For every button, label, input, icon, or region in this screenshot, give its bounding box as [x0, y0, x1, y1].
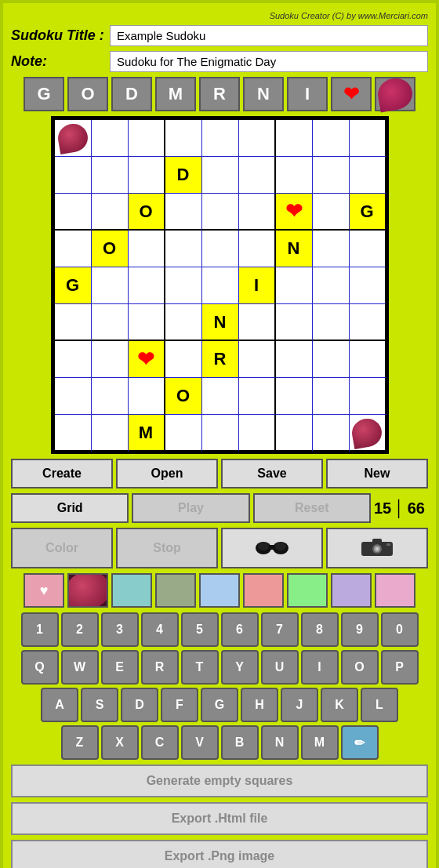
cell-7-0[interactable]	[55, 378, 92, 415]
cell-2-4[interactable]	[202, 194, 239, 231]
key-n[interactable]: N	[261, 725, 299, 760]
key-d[interactable]: D	[121, 688, 158, 722]
key-0[interactable]: 0	[381, 612, 419, 647]
swatch-green[interactable]	[287, 573, 328, 608]
cell-3-2[interactable]	[129, 231, 165, 267]
cell-0-6[interactable]	[276, 120, 313, 157]
key-b[interactable]: B	[221, 725, 259, 760]
symbol-rose[interactable]	[375, 77, 415, 111]
play-button[interactable]: Play	[132, 493, 249, 523]
generate-button[interactable]: Generate empty squares	[11, 764, 428, 797]
cell-3-5[interactable]	[239, 231, 276, 267]
mask-button[interactable]	[221, 528, 323, 568]
key-f[interactable]: F	[161, 688, 198, 722]
cell-7-4[interactable]	[202, 378, 239, 415]
reset-button[interactable]: Reset	[253, 493, 371, 523]
cell-7-1[interactable]	[92, 378, 129, 415]
key-5[interactable]: 5	[181, 612, 219, 647]
cell-7-5[interactable]	[239, 378, 276, 415]
cell-8-6[interactable]	[276, 415, 313, 452]
cell-6-5[interactable]	[239, 341, 276, 378]
key-2[interactable]: 2	[61, 612, 99, 647]
symbol-o[interactable]: O	[67, 77, 108, 111]
key-4[interactable]: 4	[141, 612, 179, 647]
cell-3-4[interactable]	[202, 231, 239, 267]
key-m[interactable]: M	[301, 725, 339, 760]
key-3[interactable]: 3	[101, 612, 139, 647]
cell-3-3[interactable]	[165, 231, 202, 267]
swatch-light-pink[interactable]	[375, 573, 415, 608]
key-x[interactable]: X	[101, 725, 139, 760]
key-z[interactable]: Z	[61, 725, 99, 760]
key-v[interactable]: V	[181, 725, 219, 760]
cell-2-7[interactable]	[313, 194, 350, 231]
cell-6-4[interactable]: R	[202, 341, 239, 378]
key-1[interactable]: 1	[21, 612, 59, 647]
swatch-teal[interactable]	[111, 573, 152, 608]
cell-5-2[interactable]	[129, 304, 165, 341]
cell-7-2[interactable]	[129, 378, 165, 415]
new-button[interactable]: New	[326, 459, 428, 488]
cell-0-4[interactable]	[202, 120, 239, 157]
key-pencil[interactable]: ✏	[341, 725, 379, 760]
cell-2-8[interactable]: G	[350, 194, 386, 231]
cell-3-6[interactable]: N	[276, 231, 313, 267]
cell-5-1[interactable]	[92, 304, 129, 341]
key-y[interactable]: Y	[221, 650, 259, 685]
key-h[interactable]: H	[241, 688, 278, 722]
key-u[interactable]: U	[261, 650, 299, 685]
cell-8-3[interactable]	[165, 415, 202, 452]
cell-4-3[interactable]	[165, 267, 202, 304]
cell-6-7[interactable]	[313, 341, 350, 378]
cell-1-8[interactable]	[350, 157, 386, 194]
swatch-blue[interactable]	[199, 573, 240, 608]
symbol-n[interactable]: N	[243, 77, 284, 111]
cell-8-7[interactable]	[313, 415, 350, 452]
note-input[interactable]	[110, 51, 428, 72]
cell-0-1[interactable]	[92, 120, 129, 157]
key-8[interactable]: 8	[301, 612, 339, 647]
key-a[interactable]: A	[41, 688, 78, 722]
open-button[interactable]: Open	[116, 459, 218, 488]
cell-6-2[interactable]: ❤	[129, 341, 165, 378]
stop-button[interactable]: Stop	[116, 528, 218, 568]
key-g[interactable]: G	[201, 688, 238, 722]
sudoku-grid[interactable]: DO❤GONGIN❤ROM	[53, 118, 386, 452]
camera-button[interactable]	[326, 528, 428, 568]
key-l[interactable]: L	[361, 688, 398, 722]
cell-7-7[interactable]	[313, 378, 350, 415]
cell-7-8[interactable]	[350, 378, 386, 415]
key-6[interactable]: 6	[221, 612, 259, 647]
cell-1-0[interactable]	[55, 157, 92, 194]
cell-0-2[interactable]	[129, 120, 165, 157]
cell-8-2[interactable]: M	[129, 415, 165, 452]
cell-8-4[interactable]	[202, 415, 239, 452]
cell-4-4[interactable]	[202, 267, 239, 304]
cell-5-5[interactable]	[239, 304, 276, 341]
cell-0-8[interactable]	[350, 120, 386, 157]
grid-button[interactable]: Grid	[11, 493, 129, 523]
cell-5-4[interactable]: N	[202, 304, 239, 341]
cell-2-2[interactable]: O	[129, 194, 165, 231]
key-s[interactable]: S	[81, 688, 118, 722]
cell-7-6[interactable]	[276, 378, 313, 415]
cell-1-1[interactable]	[92, 157, 129, 194]
swatch-pink-heart[interactable]: ♥	[24, 573, 64, 608]
cell-6-8[interactable]	[350, 341, 386, 378]
swatch-salmon[interactable]	[243, 573, 284, 608]
cell-5-3[interactable]	[165, 304, 202, 341]
cell-8-5[interactable]	[239, 415, 276, 452]
key-p[interactable]: P	[381, 650, 419, 685]
swatch-sage[interactable]	[155, 573, 196, 608]
cell-4-2[interactable]	[129, 267, 165, 304]
key-r[interactable]: R	[141, 650, 179, 685]
symbol-g[interactable]: G	[24, 77, 64, 111]
cell-2-6[interactable]: ❤	[276, 194, 313, 231]
cell-0-0[interactable]	[55, 120, 92, 157]
key-q[interactable]: Q	[21, 650, 59, 685]
symbol-d[interactable]: D	[111, 77, 152, 111]
symbol-heart[interactable]: ❤	[331, 77, 372, 111]
cell-6-0[interactable]	[55, 341, 92, 378]
cell-0-3[interactable]	[165, 120, 202, 157]
cell-5-0[interactable]	[55, 304, 92, 341]
